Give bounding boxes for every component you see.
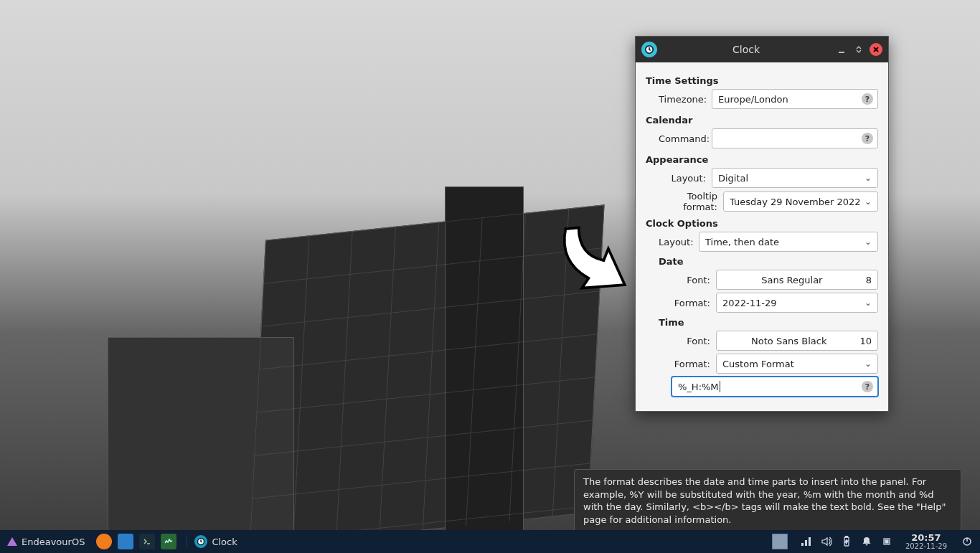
help-icon[interactable]: ? (862, 381, 873, 392)
timezone-label: Timezone: (659, 94, 712, 105)
svg-rect-1 (839, 52, 844, 53)
timezone-input[interactable]: Europe/London ? (712, 89, 878, 109)
updates-icon[interactable] (881, 536, 892, 547)
help-icon[interactable]: ? (862, 93, 873, 105)
battery-icon[interactable] (841, 536, 852, 547)
appearance-layout-select[interactable]: Digital ⌄ (712, 168, 878, 188)
close-button[interactable] (870, 43, 882, 56)
help-icon[interactable]: ? (862, 133, 873, 144)
row-date-font: Font: Sans Regular 8 (646, 270, 878, 290)
taskbar-task-clock[interactable]: Clock (187, 535, 244, 548)
system-tray (795, 536, 898, 547)
network-icon[interactable] (801, 536, 812, 547)
clock-settings-window: Clock Time Settings Timezone: Europe/Lon… (635, 36, 889, 412)
section-time-settings: Time Settings (646, 75, 878, 86)
date-format-label: Format: (672, 298, 716, 308)
date-font-button[interactable]: Sans Regular 8 (716, 270, 878, 290)
dialog-body: Time Settings Timezone: Europe/London ? … (636, 62, 888, 411)
chevron-down-icon: ⌄ (864, 359, 872, 369)
taskbar: EndeavourOS Clock (0, 530, 980, 553)
row-time-format: Format: Custom Format ⌄ (646, 354, 878, 374)
tooltip-format-select[interactable]: Tuesday 29 November 2022 ⌄ (723, 192, 878, 212)
command-input[interactable]: ? (712, 128, 878, 148)
section-clock-options: Clock Options (646, 218, 878, 229)
os-label: EndeavourOS (22, 537, 85, 547)
system-monitor-launcher[interactable] (161, 534, 176, 549)
titlebar[interactable]: Clock (636, 37, 888, 62)
format-tooltip: The format describes the date and time p… (574, 469, 961, 532)
row-clock-layout: Layout: Time, then date ⌄ (646, 232, 878, 252)
clock-layout-select[interactable]: Time, then date ⌄ (699, 232, 878, 252)
panel-clock[interactable]: 20:57 2022-11-29 (898, 533, 954, 551)
row-date-format: Format: 2022-11-29 ⌄ (646, 293, 878, 313)
panel-clock-time: 20:57 (911, 533, 941, 542)
maximize-button[interactable] (852, 43, 865, 56)
command-label: Command: (659, 133, 712, 144)
file-manager-launcher[interactable] (118, 534, 133, 549)
endeavouros-logo-icon (7, 537, 17, 546)
firefox-launcher[interactable] (96, 534, 112, 549)
terminal-launcher[interactable] (139, 534, 155, 549)
svg-rect-4 (845, 537, 847, 538)
time-format-label: Format: (672, 359, 716, 369)
panel-clock-date: 2022-11-29 (905, 542, 947, 551)
annotation-arrow-icon (552, 215, 631, 308)
clock-layout-label: Layout: (659, 237, 699, 247)
row-custom-format: %_H:%M ? (672, 377, 878, 397)
date-format-select[interactable]: 2022-11-29 ⌄ (716, 293, 878, 313)
row-tooltip-format: Tooltip format: Tuesday 29 November 2022… (646, 191, 878, 212)
date-font-label: Font: (672, 275, 716, 285)
volume-icon[interactable] (821, 536, 832, 547)
clock-app-icon (641, 42, 657, 57)
chevron-down-icon: ⌄ (864, 237, 872, 247)
minimize-button[interactable] (835, 43, 848, 56)
chevron-down-icon: ⌄ (864, 173, 872, 183)
window-title: Clock (661, 44, 831, 55)
row-time-font: Font: Noto Sans Black 10 (646, 331, 878, 351)
launcher-bar (92, 534, 181, 549)
time-subheading: Time (659, 317, 878, 328)
workspace-indicator[interactable] (772, 534, 788, 549)
notifications-icon[interactable] (861, 536, 872, 547)
clock-icon (194, 535, 207, 548)
svg-rect-6 (885, 540, 888, 543)
start-menu-button[interactable]: EndeavourOS (0, 537, 92, 547)
time-format-select[interactable]: Custom Format ⌄ (716, 354, 878, 374)
time-font-button[interactable]: Noto Sans Black 10 (716, 331, 878, 351)
row-command: Command: ? (646, 128, 878, 148)
task-clock-label: Clock (212, 537, 237, 547)
row-appearance-layout: Layout: Digital ⌄ (646, 168, 878, 188)
time-font-label: Font: (672, 336, 716, 346)
row-timezone: Timezone: Europe/London ? (646, 89, 878, 109)
appearance-layout-label: Layout: (659, 173, 712, 184)
chevron-down-icon: ⌄ (864, 298, 872, 308)
custom-format-input[interactable]: %_H:%M ? (672, 377, 878, 397)
tooltip-format-label: Tooltip format: (653, 191, 723, 212)
section-calendar: Calendar (646, 115, 878, 126)
section-appearance: Appearance (646, 154, 878, 165)
session-menu-button[interactable] (960, 534, 974, 549)
date-subheading: Date (659, 256, 878, 267)
chevron-down-icon: ⌄ (864, 197, 872, 207)
